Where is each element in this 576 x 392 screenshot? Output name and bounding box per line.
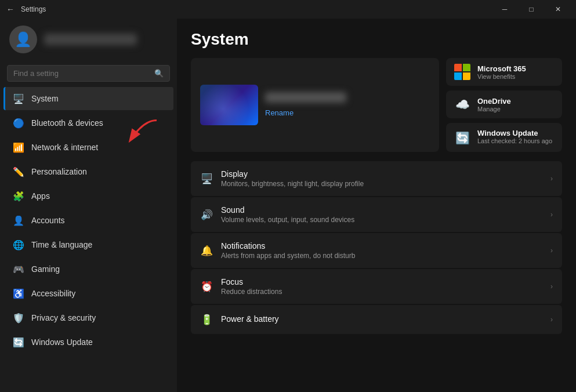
avatar: 👤 [9,26,37,53]
nav-accounts[interactable]: 👤 Accounts [3,209,173,232]
windows-update-info: Windows Update Last checked: 2 hours ago [477,129,552,144]
sidebar: 👤 🔍 🖥️ System 🔵 Bluetooth & devices 📶 Ne… [0,19,177,392]
setting-sound[interactable]: 🔊 Sound Volume levels, output, input, so… [191,197,562,232]
nav-update[interactable]: 🔄 Windows Update [3,331,173,354]
nav-personalization-label: Personalization [31,167,87,176]
search-box[interactable]: 🔍 [7,65,170,82]
nav-apps[interactable]: 🧩 Apps [3,184,173,208]
rename-link[interactable]: Rename [265,108,294,117]
ms365-info: Microsoft 365 View benefits [477,64,526,80]
setting-power-text: Power & battery [221,314,279,325]
service-cards: Microsoft 365 View benefits ☁️ OneDrive … [446,58,562,152]
nav-gaming[interactable]: 🎮 Gaming [3,257,173,281]
nav-network-label: Network & internet [31,143,98,152]
setting-notifications-text: Notifications Alerts from apps and syste… [221,241,355,260]
update-icon: 🔄 [13,336,24,348]
setting-sound-text: Sound Volume levels, output, input, soun… [221,205,354,224]
setting-display[interactable]: 🖥️ Display Monitors, brightness, night l… [191,161,562,196]
chevron-right-icon: › [550,175,553,183]
nav-accessibility[interactable]: ♿ Accessibility [3,282,173,305]
nav-gaming-label: Gaming [31,264,60,274]
notifications-icon: 🔔 [200,244,213,257]
back-button[interactable]: ← [5,3,16,15]
search-icon: 🔍 [154,69,164,78]
windows-update-icon: 🔄 [454,130,470,146]
profile-section[interactable]: 👤 [0,19,177,60]
chevron-right-icon: › [550,315,553,324]
ms365-icon [454,64,470,80]
nav-network[interactable]: 📶 Network & internet [3,136,173,159]
device-image [200,85,258,125]
nav-time[interactable]: 🌐 Time & language [3,233,173,256]
setting-power[interactable]: 🔋 Power & battery › [191,305,562,334]
windows-update-card[interactable]: 🔄 Windows Update Last checked: 2 hours a… [446,123,562,152]
setting-focus-left: ⏰ Focus Reduce distractions [200,277,282,296]
setting-notifications[interactable]: 🔔 Notifications Alerts from apps and sys… [191,233,562,268]
window-controls: ─ □ ✕ [491,0,571,19]
bluetooth-icon: 🔵 [13,117,24,129]
top-cards: Rename Microsoft 365 View benefits [191,58,562,152]
device-name-blurred [265,92,346,103]
nav-bluetooth[interactable]: 🔵 Bluetooth & devices [3,111,173,135]
ms365-subtitle: View benefits [477,73,526,80]
page-title: System [191,30,562,49]
nav-system[interactable]: 🖥️ System [3,87,173,110]
onedrive-info: OneDrive Manage [477,97,511,112]
onedrive-subtitle: Manage [477,106,511,112]
main-content: System Rename [177,19,576,392]
setting-notifications-left: 🔔 Notifications Alerts from apps and sys… [200,241,355,260]
setting-focus-text: Focus Reduce distractions [221,277,282,296]
display-title: Display [221,169,364,179]
chevron-right-icon: › [550,246,553,255]
chevron-right-icon: › [550,210,553,219]
title-bar-left: ← Settings [5,3,46,15]
apps-icon: 🧩 [13,190,24,202]
search-input[interactable] [13,69,150,78]
display-subtitle: Monitors, brightness, night light, displ… [221,180,364,188]
minimize-button[interactable]: ─ [491,0,518,19]
nav-privacy[interactable]: 🛡️ Privacy & security [3,306,173,329]
nav-bluetooth-label: Bluetooth & devices [31,118,103,128]
privacy-icon: 🛡️ [13,312,24,324]
onedrive-title: OneDrive [477,97,511,106]
windows-update-title: Windows Update [477,129,552,137]
setting-display-text: Display Monitors, brightness, night ligh… [221,169,364,188]
onedrive-card[interactable]: ☁️ OneDrive Manage [446,90,562,118]
nav-system-label: System [31,94,59,103]
focus-subtitle: Reduce distractions [221,288,282,296]
setting-power-left: 🔋 Power & battery [200,313,279,326]
device-info: Rename [265,92,346,118]
nav-update-label: Windows Update [31,337,93,347]
time-icon: 🌐 [13,239,24,251]
close-button[interactable]: ✕ [545,0,571,19]
setting-display-left: 🖥️ Display Monitors, brightness, night l… [200,169,364,188]
user-icon: 👤 [15,31,32,48]
power-title: Power & battery [221,314,279,324]
profile-name [44,34,137,45]
windows-update-subtitle: Last checked: 2 hours ago [477,137,552,144]
accessibility-icon: ♿ [13,288,24,299]
ms365-title: Microsoft 365 [477,64,526,73]
nav-accessibility-label: Accessibility [31,289,75,298]
sound-title: Sound [221,205,354,215]
setting-focus[interactable]: ⏰ Focus Reduce distractions › [191,269,562,304]
maximize-button[interactable]: □ [518,0,545,19]
focus-title: Focus [221,277,282,286]
accounts-icon: 👤 [13,215,24,226]
nav-apps-label: Apps [31,191,50,201]
chevron-right-icon: › [550,282,553,291]
nav-accounts-label: Accounts [31,216,65,225]
display-icon: 🖥️ [200,172,213,185]
focus-icon: ⏰ [200,280,213,293]
power-icon: 🔋 [200,313,213,326]
nav-privacy-label: Privacy & security [31,313,96,322]
nav-time-label: Time & language [31,240,92,249]
sound-subtitle: Volume levels, output, input, sound devi… [221,216,354,224]
ms365-card[interactable]: Microsoft 365 View benefits [446,58,562,86]
network-icon: 📶 [13,141,24,153]
sound-icon: 🔊 [200,208,213,221]
app-title: Settings [21,5,46,13]
notifications-subtitle: Alerts from apps and system, do not dist… [221,252,355,260]
nav-personalization[interactable]: ✏️ Personalization [3,160,173,183]
system-icon: 🖥️ [13,93,24,104]
